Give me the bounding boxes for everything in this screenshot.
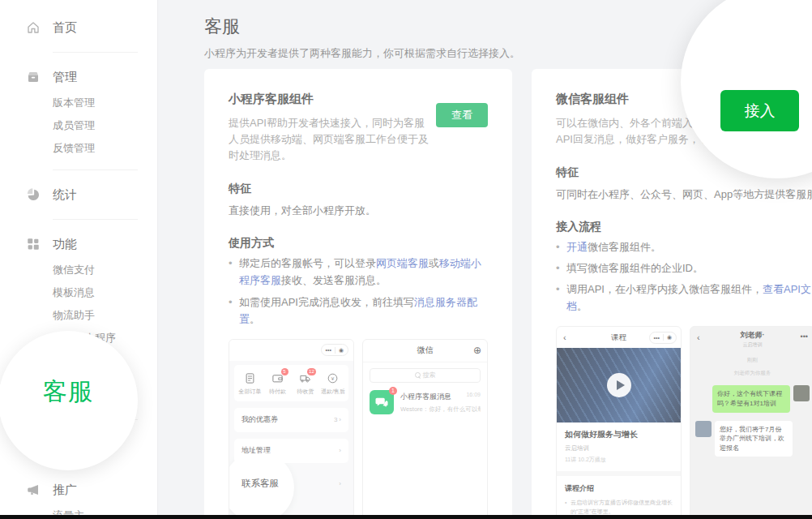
- shortcut-to-pay: 5 待付款: [263, 372, 291, 396]
- megaphone-icon: [26, 483, 41, 497]
- tray-icon: [26, 70, 41, 84]
- flow-heading: 接入流程: [556, 220, 812, 234]
- card-description: 提供API帮助开发者快速接入，同时为客服人员提供移动端、网页端客服工作台便于及时…: [229, 115, 433, 164]
- sidebar-item-promotion[interactable]: 推广: [0, 475, 157, 504]
- spotlight-service-label[interactable]: 客服: [43, 375, 93, 409]
- avatar: [793, 385, 810, 401]
- bullet-text: 接收、发送客服消息。: [281, 274, 387, 286]
- sidebar-item-label: 推广: [53, 483, 77, 498]
- phone-mockup-chatlist: 微信 ⊕ 搜索 1 小程序客服消息 Westore：你好，有什么可以帮您?: [362, 339, 488, 519]
- more-icon: •••: [801, 332, 808, 341]
- sidebar-item-feedback[interactable]: 反馈管理: [0, 137, 157, 160]
- screenshots-row: ••• ◉ 全部订单 5 待付款: [229, 339, 488, 519]
- bullet-text: 绑定后的客服帐号，可以登录: [239, 257, 376, 269]
- bullet-text: 如需使用API完成消息收发，前往填写: [239, 296, 414, 308]
- sidebar-item-template-message[interactable]: 模板消息: [0, 281, 157, 304]
- page-title: 客服: [204, 15, 520, 39]
- usage-bullet: 绑定后的客服帐号，可以登录网页端客服或移动端小程序客服接收、发送客服消息。: [229, 255, 488, 289]
- sidebar-item-manage[interactable]: 管理: [0, 62, 157, 92]
- open-service-link[interactable]: 开通: [566, 241, 588, 253]
- bullet-text: 填写微信客服组件的企业ID。: [566, 262, 703, 274]
- sidebar-item-members[interactable]: 成员管理: [0, 114, 157, 137]
- back-icon: ‹: [563, 332, 566, 342]
- sidebar-item-version[interactable]: 版本管理: [0, 92, 157, 114]
- chevron-right-icon: ›: [339, 480, 341, 487]
- course-provider: 云启培训: [565, 444, 673, 453]
- page-subtitle: 小程序为开发者提供了两种客服能力，你可根据需求自行选择接入。: [204, 46, 520, 61]
- bullet-text: 或: [429, 257, 439, 269]
- page-header: 客服 小程序为开发者提供了两种客服能力，你可根据需求自行选择接入。: [204, 15, 520, 61]
- intro-heading: 课程介绍: [565, 483, 673, 494]
- order-shortcuts: 全部订单 5 待付款 12 待收货 ¥ 退款/售后: [234, 365, 348, 401]
- search-icon: [415, 372, 421, 378]
- divider: [53, 52, 138, 53]
- message-incoming: 您好，我们将于7月份举办广州线下培训，欢迎报名: [690, 421, 812, 457]
- sidebar-item-home[interactable]: 首页: [0, 13, 157, 42]
- badge: 12: [307, 368, 316, 375]
- connect-button-highlighted[interactable]: 接入: [720, 90, 799, 131]
- divider: [53, 219, 138, 220]
- chat-contact-org: 云启培训: [743, 341, 763, 349]
- card-miniprogram-service: 小程序客服组件 提供API帮助开发者快速接入，同时为客服人员提供移动端、网页端客…: [204, 69, 512, 519]
- sidebar-item-label: 管理: [53, 70, 77, 85]
- chat-time-label: 刚刚: [690, 357, 812, 364]
- usage-bullet: 如需使用API完成消息收发，前往填写消息服务器配置。: [229, 294, 488, 328]
- bullet-text: 。: [250, 313, 260, 325]
- web-service-link[interactable]: 网页端客服: [376, 257, 429, 269]
- course-meta: 11讲 10.2万播放: [565, 456, 673, 464]
- usage-list: 绑定后的客服帐号，可以登录网页端客服或移动端小程序客服接收、发送客服消息。 如需…: [229, 255, 488, 327]
- cell-coupons: 我的优惠券 3›: [234, 408, 348, 432]
- capsule-menu: ••• ◉: [649, 332, 677, 344]
- flow-bullet: 开通微信客服组件。: [556, 238, 812, 255]
- sidebar-item-stats[interactable]: 统计: [0, 180, 157, 209]
- bullet-text: 调用API，在小程序内接入微信客服组件，: [566, 283, 763, 295]
- refund-icon: ¥: [327, 372, 339, 384]
- course-video-thumbnail: [557, 348, 681, 422]
- bullet-text: 。: [577, 300, 588, 312]
- shortcut-to-receive: 12 待收货: [292, 372, 319, 396]
- add-icon: ⊕: [473, 345, 481, 356]
- view-button[interactable]: 查看: [436, 103, 488, 127]
- phone-mockup-orders: ••• ◉ 全部订单 5 待付款: [229, 339, 354, 519]
- screenshots-row: ‹ 课程 ••• ◉ 如何做好服务与增长 云启培训 11讲 10.2万播放: [556, 326, 812, 519]
- chat-contact-name: 刘老师·: [741, 330, 765, 341]
- divider: [53, 169, 138, 170]
- back-icon: ‹: [697, 332, 700, 342]
- home-icon: [26, 20, 41, 35]
- course-page-title: 课程: [611, 332, 626, 343]
- chatlist-title: 微信: [417, 345, 434, 356]
- chevron-right-icon: ›: [339, 447, 341, 454]
- more-icon: •••: [654, 335, 660, 341]
- badge: 5: [281, 368, 288, 375]
- window-bottom-edge: [0, 515, 812, 519]
- card-title: 小程序客服组件: [229, 92, 433, 107]
- service-message-icon: 1: [370, 390, 394, 414]
- play-icon: [607, 373, 631, 397]
- svg-text:¥: ¥: [331, 375, 335, 381]
- sidebar-item-wechat-pay[interactable]: 微信支付: [0, 259, 157, 281]
- spotlight-circle-sidebar: 客服: [0, 331, 138, 470]
- phone-mockup-chat: ‹ 刘老师· 云启培训 ••• 刚刚 刘老师为你服务 你好，这个有线下课程吗？希…: [690, 326, 812, 519]
- sidebar-item-logistics[interactable]: 物流助手: [0, 304, 157, 327]
- cell-address: 地址管理 ›: [234, 439, 348, 463]
- grid-icon: [26, 237, 41, 251]
- search-bar: 搜索: [370, 368, 481, 383]
- bullet-text: 微信客服组件。: [588, 241, 661, 253]
- flow-bullet: 填写微信客服组件的企业ID。: [556, 260, 812, 277]
- more-icon: •••: [326, 347, 331, 353]
- feature-heading: 特征: [229, 182, 488, 196]
- avatar: [695, 421, 712, 437]
- sidebar-item-label: 首页: [53, 20, 77, 36]
- chatlist-item: 1 小程序客服消息 Westore：你好，有什么可以帮您? 16:09: [363, 383, 487, 414]
- cell-contact-service: 联系客服 ›: [234, 470, 348, 499]
- feature-text: 可同时在小程序、公众号、网页、App等地方提供客服服务。: [556, 187, 812, 202]
- flow-bullet: 调用API，在小程序内接入微信客服组件，查看API文档。: [556, 281, 812, 315]
- sidebar-item-label: 统计: [53, 187, 77, 203]
- badge: 1: [389, 387, 397, 395]
- capsule-menu: ••• ◉: [321, 344, 348, 356]
- chevron-right-icon: ›: [339, 416, 341, 423]
- target-icon: ◉: [667, 334, 672, 341]
- sidebar-item-features[interactable]: 功能: [0, 229, 157, 259]
- pie-chart-icon: [26, 187, 41, 202]
- message-outgoing: 你好，这个有线下课程吗？希望有1对1培训: [690, 385, 812, 412]
